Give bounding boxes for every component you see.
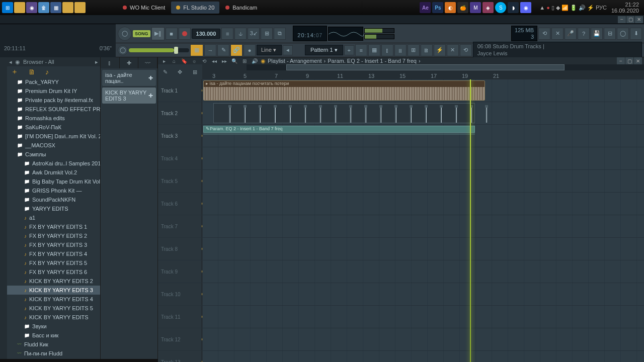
snap-selector[interactable]: Line ▾ bbox=[257, 45, 282, 55]
browser-item[interactable]: Сэмплы bbox=[7, 150, 100, 159]
browser-item[interactable]: Pack_YARYY bbox=[7, 77, 100, 86]
browser-item[interactable]: a1 bbox=[7, 213, 100, 222]
track-lane[interactable] bbox=[202, 102, 644, 124]
start-button[interactable]: ⊞ bbox=[2, 2, 13, 13]
blender-icon[interactable]: ◐ bbox=[445, 2, 456, 13]
app-icon-m[interactable]: M bbox=[470, 2, 481, 13]
track-header[interactable]: Track 5 bbox=[158, 170, 202, 192]
skype-icon[interactable]: S bbox=[495, 2, 506, 13]
arrow-button[interactable]: → bbox=[204, 44, 216, 56]
pl-zoom-icon[interactable]: 🔍 bbox=[230, 57, 238, 64]
minimize-button[interactable]: − bbox=[618, 16, 626, 23]
browser-item[interactable]: FX BY YARYY EDITS 2 bbox=[7, 231, 100, 240]
folder-icon-2[interactable] bbox=[74, 2, 86, 13]
browser-item[interactable]: Звуки bbox=[7, 322, 100, 331]
browser-item[interactable]: Romashka edits bbox=[7, 114, 100, 123]
picker-tab-patterns[interactable]: ⫿ bbox=[101, 57, 120, 68]
track-header[interactable]: Track 12 bbox=[158, 328, 202, 350]
pl-sun-icon[interactable]: ☼ bbox=[190, 57, 198, 64]
pattern-clip[interactable]: KICK BY YARYY EDITS 3✚ bbox=[102, 87, 156, 104]
view-stepseq[interactable]: ▦ bbox=[368, 44, 380, 56]
download-button[interactable]: ⬇ bbox=[630, 28, 642, 40]
cpu-meter[interactable]: 125 MB 3 bbox=[511, 26, 537, 41]
pl-home-icon[interactable]: ⌂ bbox=[170, 57, 178, 64]
track-header[interactable]: Track 2 bbox=[158, 102, 202, 124]
browser-item[interactable]: Пи-пи-пи Fludd bbox=[7, 349, 100, 358]
track-header[interactable]: Track 9 bbox=[158, 260, 202, 283]
main-volume-knob[interactable]: ◯ bbox=[118, 27, 132, 41]
play-button[interactable]: ▶‖ bbox=[151, 27, 165, 40]
playlist-breadcrumb[interactable]: Param. EQ 2 - Insert 1 - Band 7 freq bbox=[328, 58, 417, 64]
track-header[interactable]: Track 10 bbox=[158, 283, 202, 305]
taskbar-app[interactable]: FL Studio 20 bbox=[171, 2, 219, 14]
help-button[interactable]: ? bbox=[578, 28, 590, 40]
pattern-clip[interactable]: isa - дайте пацан..✚ bbox=[102, 70, 156, 86]
track-header[interactable]: Track 6 bbox=[158, 193, 202, 215]
collapse-icon[interactable]: ◂ bbox=[9, 59, 12, 65]
browser-item[interactable]: Awk Drumkit Vol.2 bbox=[7, 168, 100, 177]
steam-icon[interactable]: ◗ bbox=[508, 2, 519, 13]
track-header[interactable]: Track 11 bbox=[158, 306, 202, 328]
track-header[interactable]: Track 3 bbox=[158, 125, 202, 147]
maximize-button[interactable]: ▢ bbox=[626, 16, 634, 23]
browser-fav-icon[interactable]: ♪ bbox=[45, 68, 49, 76]
browser-doc-icon[interactable]: 🗎 bbox=[28, 68, 35, 76]
pattern-add[interactable]: + bbox=[344, 45, 354, 55]
track-lane[interactable] bbox=[202, 238, 644, 260]
pattern-mode-icon[interactable]: ≡ bbox=[221, 28, 233, 40]
volume-icon[interactable]: 🔊 bbox=[579, 5, 586, 11]
fl-icon[interactable]: 🍊 bbox=[457, 2, 468, 13]
browser-item[interactable]: Private pack by #external.fx bbox=[7, 96, 100, 105]
one-click-button[interactable]: ◯ bbox=[617, 28, 629, 40]
waveform-button[interactable]: ⊟ bbox=[604, 28, 616, 40]
discord-icon[interactable]: ◉ bbox=[520, 2, 531, 13]
song-mode-button[interactable]: SONG bbox=[133, 30, 150, 37]
browser-item[interactable]: GRISS Phonk Kit — bbox=[7, 186, 100, 195]
pl-tag-icon[interactable]: 🔖 bbox=[180, 57, 188, 64]
track-header[interactable]: Track 4 bbox=[158, 147, 202, 169]
link-button[interactable]: 🔗 bbox=[230, 44, 243, 56]
taskbar-app[interactable]: Bandicam bbox=[220, 2, 262, 14]
stop-button[interactable]: ■ bbox=[166, 28, 178, 40]
folder-icon-1[interactable] bbox=[62, 2, 73, 13]
view-playlist[interactable]: ≡ bbox=[355, 44, 367, 56]
undo-button[interactable]: ⟲ bbox=[538, 28, 550, 40]
export-button[interactable]: 💾 bbox=[591, 28, 603, 40]
pl-prev-icon[interactable]: ◂◂ bbox=[210, 57, 218, 64]
network-icon[interactable]: ⚡ bbox=[587, 5, 594, 11]
pl-close[interactable]: ✕ bbox=[634, 57, 642, 64]
bpm-display[interactable]: 130.000 bbox=[192, 29, 221, 39]
browser-item[interactable]: FX BY YARYY EDITS 3 bbox=[7, 240, 100, 249]
clock[interactable]: 21:22 16.09.2020 bbox=[608, 2, 642, 14]
close-button[interactable]: ✕ bbox=[635, 16, 643, 23]
pattern-button[interactable]: ▦ bbox=[190, 44, 203, 56]
track-header[interactable]: Track 8 bbox=[158, 238, 202, 260]
browser-item[interactable]: KICK BY YARYY EDITS 3 bbox=[7, 286, 100, 295]
pattern-selector[interactable]: Pattern 1 ▾ bbox=[305, 45, 343, 55]
render-button[interactable]: 🎤 bbox=[565, 28, 577, 40]
mic-button[interactable]: ● bbox=[244, 44, 256, 56]
browser-item[interactable]: Big Baby Tape Drum Kit Vol.1 bbox=[7, 177, 100, 186]
knob-1[interactable]: ◯ bbox=[118, 45, 128, 55]
browser-item[interactable]: YARYY EDITS bbox=[7, 204, 100, 213]
tray-icon-2[interactable]: ▦ bbox=[50, 2, 61, 13]
browser-item[interactable]: Разгон 2 Fludd bbox=[7, 358, 100, 359]
tray-small-5[interactable]: 📶 bbox=[561, 5, 569, 11]
track-lane[interactable] bbox=[202, 147, 644, 169]
browser-item[interactable]: [I'M DONE] Davi..rum Kit Vol. 2 bbox=[7, 132, 100, 141]
track-lane[interactable] bbox=[202, 170, 644, 192]
pl-scroll-icon[interactable]: ⊞ bbox=[240, 57, 249, 64]
browser-header[interactable]: ◂ ◉ Browser - All ▸ bbox=[7, 57, 100, 66]
view-browser[interactable]: ⊞ bbox=[408, 44, 420, 56]
audio-clip[interactable]: ▸ isa - дайте пацанам посчитать потери bbox=[203, 80, 485, 101]
browser-item[interactable]: KICK BY YARYY EDITS 2 bbox=[7, 277, 100, 286]
tray-icon-1[interactable]: ◉ bbox=[26, 2, 37, 13]
metronome-icon[interactable]: ⫝ bbox=[234, 28, 247, 40]
timeline-ruler[interactable]: 3579111315171921 bbox=[202, 64, 644, 79]
ps-icon[interactable]: Ps bbox=[432, 2, 443, 13]
countdown-icon[interactable]: ⊞ bbox=[261, 28, 273, 40]
pl-menu-icon[interactable]: ▸ bbox=[160, 57, 168, 64]
taskbar-app[interactable]: WO Mic Client bbox=[118, 2, 170, 14]
browser-item[interactable]: __MACOSX bbox=[7, 141, 100, 150]
pl-next-icon[interactable]: ▸▸ bbox=[220, 57, 228, 64]
